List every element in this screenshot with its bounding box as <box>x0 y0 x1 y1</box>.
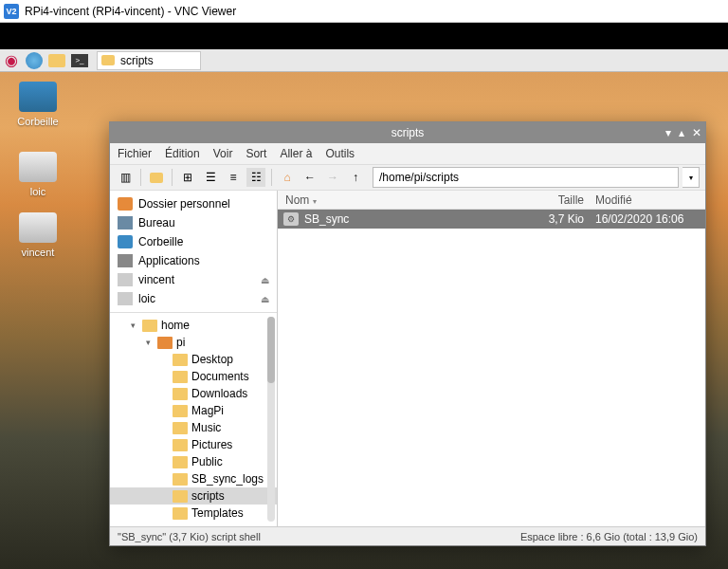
file-list: Nom▾ Taille Modifié ⚙SB_sync3,7 Kio16/02… <box>278 191 705 526</box>
home-folder-icon <box>157 337 173 349</box>
view-list-icon[interactable]: ≡ <box>224 168 243 187</box>
taskbar-item-label: scripts <box>120 54 154 67</box>
desktop-icon-image <box>19 82 57 112</box>
tree-node-label: Music <box>191 421 221 434</box>
tree-node-magpi[interactable]: MagPi <box>110 402 277 419</box>
desktop-icon-label: loic <box>11 186 64 197</box>
tree-node-label: Downloads <box>191 387 247 400</box>
file-manager-launcher-icon[interactable] <box>46 49 68 72</box>
expand-icon[interactable]: ▾ <box>142 338 154 347</box>
status-bar: "SB_sync" (3,7 Kio) script shell Espace … <box>110 526 705 545</box>
place-icon <box>118 197 133 211</box>
folder-icon <box>173 371 188 383</box>
column-header-name[interactable]: Nom▾ <box>278 193 535 207</box>
folder-icon <box>173 422 188 434</box>
tree-node-pi[interactable]: ▾pi <box>110 334 277 351</box>
column-header-modified[interactable]: Modifié <box>592 193 705 207</box>
tree-scrollbar-thumb[interactable] <box>267 317 275 383</box>
terminal-launcher-icon[interactable]: >_ <box>68 49 91 72</box>
eject-icon[interactable]: ⏏ <box>261 275 269 285</box>
tree-node-templates[interactable]: Templates <box>110 505 277 522</box>
raspberry-pi-desktop: ◉ >_ scripts Corbeilleloicvincent script… <box>0 49 728 569</box>
tree-node-home[interactable]: ▾home <box>110 317 277 334</box>
view-detail-icon[interactable]: ☷ <box>246 168 265 187</box>
top-panel: ◉ >_ scripts <box>0 49 728 72</box>
nav-forward-icon[interactable]: → <box>323 168 342 187</box>
open-folder-icon[interactable] <box>147 168 166 187</box>
tree-node-label: Templates <box>191 506 244 520</box>
status-selection: "SB_sync" (3,7 Kio) script shell <box>118 531 261 542</box>
tree-node-sb_sync_logs[interactable]: SB_sync_logs <box>110 470 277 487</box>
expand-icon[interactable]: ▾ <box>127 321 138 330</box>
menu-voir[interactable]: Voir <box>213 147 233 160</box>
tree-node-label: scripts <box>191 489 225 503</box>
path-dropdown-icon[interactable]: ▾ <box>682 167 700 188</box>
minimize-icon[interactable]: ▾ <box>665 126 671 139</box>
desktop-icon-vincent[interactable]: vincent <box>11 212 64 258</box>
view-icons-icon[interactable]: ⊞ <box>178 168 197 187</box>
tree-node-pictures[interactable]: Pictures <box>110 436 277 453</box>
file-row[interactable]: ⚙SB_sync3,7 Kio16/02/2020 16:06 <box>278 210 705 229</box>
home-icon[interactable]: ⌂ <box>278 168 297 187</box>
nav-up-icon[interactable]: ↑ <box>346 168 365 187</box>
menu-fichier[interactable]: Fichier <box>118 147 152 160</box>
place-icon <box>118 216 133 229</box>
tree-node-label: Desktop <box>191 353 233 366</box>
vnc-titlebar: V2 RPi4-vincent (RPi4-vincent) - VNC Vie… <box>0 0 728 23</box>
file-icon: ⚙ <box>283 212 299 226</box>
desktop-icon-image <box>19 152 57 182</box>
view-compact-icon[interactable]: ☰ <box>201 168 220 187</box>
file-size: 3,7 Kio <box>535 212 592 226</box>
desktop-icon-loic[interactable]: loic <box>11 152 64 197</box>
desktop-icon-corbeille[interactable]: Corbeille <box>11 82 64 127</box>
new-tab-icon[interactable]: ▥ <box>116 168 135 187</box>
tree-node-label: pi <box>176 336 185 349</box>
close-icon[interactable]: ✕ <box>692 126 701 139</box>
folder-icon <box>173 473 188 486</box>
maximize-icon[interactable]: ▴ <box>679 126 684 139</box>
taskbar-item-scripts[interactable]: scripts <box>97 51 201 70</box>
place-bureau[interactable]: Bureau <box>110 213 277 232</box>
desktop-icon-image <box>19 212 57 243</box>
folder-icon <box>173 507 188 520</box>
raspberry-menu-icon[interactable]: ◉ <box>0 49 23 72</box>
eject-icon[interactable]: ⏏ <box>261 294 269 304</box>
menu-aller à[interactable]: Aller à <box>280 147 312 160</box>
tree-node-label: Public <box>191 455 223 468</box>
path-input[interactable]: /home/pi/scripts <box>373 167 679 188</box>
vnc-title: RPi4-vincent (RPi4-vincent) - VNC Viewer <box>25 5 236 18</box>
desktop-icon-label: Corbeille <box>11 116 64 127</box>
tree-node-scripts[interactable]: scripts <box>110 487 277 505</box>
browser-icon[interactable] <box>23 49 46 72</box>
place-corbeille[interactable]: Corbeille <box>110 232 277 251</box>
place-applications[interactable]: Applications <box>110 251 277 270</box>
column-headers: Nom▾ Taille Modifié <box>278 191 705 210</box>
tree-node-documents[interactable]: Documents <box>110 368 277 385</box>
tree-node-public[interactable]: Public <box>110 453 277 470</box>
place-label: loic <box>138 292 155 305</box>
place-loic[interactable]: loic⏏ <box>110 289 277 308</box>
tree-node-label: Documents <box>191 370 249 383</box>
menu-outils[interactable]: Outils <box>325 147 355 160</box>
menu-sort[interactable]: Sort <box>246 147 266 160</box>
folder-icon <box>173 456 188 468</box>
folder-icon <box>173 388 188 400</box>
tree-node-music[interactable]: Music <box>110 419 277 436</box>
tree-node-downloads[interactable]: Downloads <box>110 385 277 402</box>
menu-édition[interactable]: Édition <box>165 147 200 160</box>
place-icon <box>118 235 133 248</box>
vnc-app-icon: V2 <box>4 4 19 19</box>
file-date: 16/02/2020 16:06 <box>592 212 705 226</box>
tree-node-label: Pictures <box>191 438 232 451</box>
sidebar: Dossier personnelBureauCorbeilleApplicat… <box>110 191 278 526</box>
nav-back-icon[interactable]: ← <box>300 168 319 187</box>
tree-node-label: MagPi <box>191 404 224 417</box>
column-header-size[interactable]: Taille <box>535 193 592 207</box>
tree-node-desktop[interactable]: Desktop <box>110 351 277 368</box>
folder-icon <box>142 320 157 332</box>
place-dossier-personnel[interactable]: Dossier personnel <box>110 194 277 213</box>
place-label: Dossier personnel <box>138 197 230 211</box>
window-titlebar[interactable]: scripts ▾ ▴ ✕ <box>110 122 705 143</box>
place-vincent[interactable]: vincent⏏ <box>110 270 277 289</box>
place-icon <box>118 292 133 305</box>
